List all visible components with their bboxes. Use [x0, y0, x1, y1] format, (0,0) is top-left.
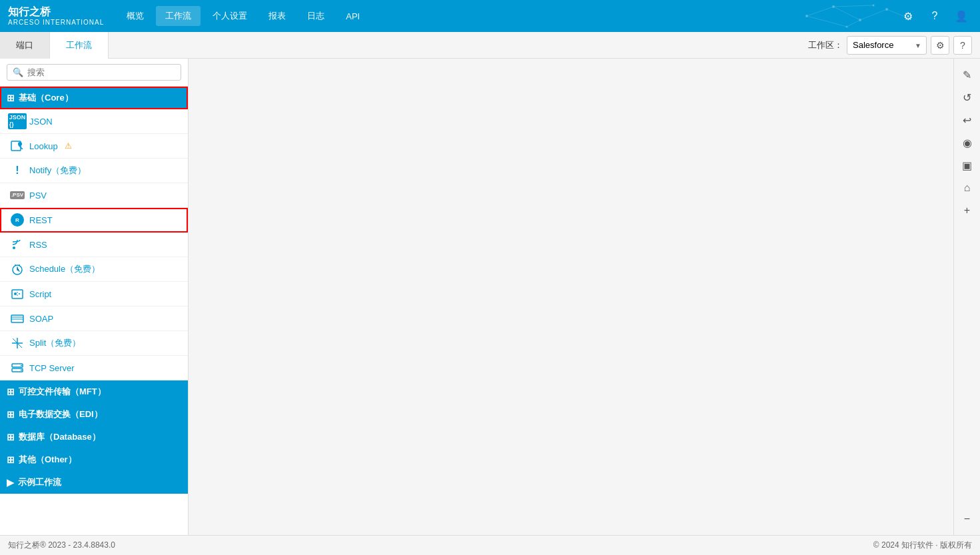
settings-icon[interactable]: ⚙ — [897, 5, 919, 27]
version-label: 知行之桥® 2023 - 23.4.8843.0 — [8, 540, 115, 551]
logo-line2: ARCESO INTERNATIONAL — [8, 19, 104, 27]
svg-point-34 — [21, 370, 22, 371]
workspace-label: 工作区： — [808, 39, 843, 51]
soap-icon — [11, 312, 24, 325]
schedule-label: Schedule（免费） — [29, 263, 100, 275]
preview-tool-icon[interactable]: ◉ — [957, 132, 978, 153]
zoom-out-tool-icon[interactable]: − — [957, 508, 978, 530]
sidebar-item-notify[interactable]: ! Notify（免费） — [0, 159, 188, 183]
other-category-icon: ⊞ — [7, 454, 15, 465]
core-category-label: 基础（Core） — [19, 92, 73, 104]
logo: 知行之桥 ARCESO INTERNATIONAL — [8, 5, 104, 26]
svg-point-23 — [19, 293, 20, 294]
sidebar-item-json[interactable]: JSON{} JSON — [0, 109, 188, 134]
sidebar: 🔍 ⊞ 基础（Core） JSON{} JSON — [0, 59, 189, 535]
category-example[interactable]: ▶ 示例工作流 — [0, 471, 188, 494]
notify-icon: ! — [11, 164, 24, 177]
category-mft[interactable]: ⊞ 可控文件传输（MFT） — [0, 380, 188, 403]
nav-overview[interactable]: 概览 — [117, 6, 153, 26]
sidebar-list: ⊞ 基础（Core） JSON{} JSON Lookup ⚠ — [0, 87, 188, 535]
workspace-select[interactable]: Salesforce — [847, 36, 927, 55]
edit-tool-icon[interactable]: ✎ — [957, 64, 978, 85]
example-category-label: 示例工作流 — [18, 476, 61, 488]
nav-links: 概览 工作流 个人设置 报表 日志 API — [117, 6, 897, 26]
workspace-settings-icon[interactable]: ⚙ — [931, 36, 949, 55]
lookup-icon — [11, 139, 24, 153]
category-edi[interactable]: ⊞ 电子数据交换（EDI） — [0, 403, 188, 426]
split-icon — [11, 336, 24, 350]
tcpserver-label: TCP Server — [29, 363, 75, 373]
nav-right-icons: ⚙ ? 👤 — [897, 5, 972, 27]
sidebar-item-schedule[interactable]: Schedule（免费） — [0, 257, 188, 282]
mft-category-icon: ⊞ — [7, 386, 15, 397]
split-label: Split（免费） — [29, 337, 81, 349]
logo-line1: 知行之桥 — [8, 5, 104, 18]
main-layout: 🔍 ⊞ 基础（Core） JSON{} JSON — [0, 59, 980, 535]
edi-category-label: 电子数据交换（EDI） — [19, 408, 103, 420]
tab-port[interactable]: 端口 — [0, 32, 50, 59]
copyright-label: © 2024 知行软件 · 版权所有 — [873, 540, 972, 551]
soap-label: SOAP — [29, 314, 53, 324]
category-database[interactable]: ⊞ 数据库（Database） — [0, 426, 188, 448]
user-icon[interactable]: 👤 — [951, 5, 972, 27]
workspace-bar: 工作区： Salesforce ⚙ ? — [808, 36, 980, 55]
json-icon: JSON{} — [11, 115, 24, 128]
sidebar-item-soap[interactable]: SOAP — [0, 306, 188, 331]
rss-label: RSS — [29, 240, 47, 250]
nav-reports[interactable]: 报表 — [259, 6, 295, 26]
edi-category-icon: ⊞ — [7, 409, 15, 420]
script-label: Script — [29, 289, 51, 299]
search-input[interactable] — [27, 67, 175, 77]
undo-tool-icon[interactable]: ↩ — [957, 109, 978, 131]
mft-category-label: 可控文件传输（MFT） — [19, 386, 106, 398]
sidebar-item-script[interactable]: Script — [0, 282, 188, 306]
right-toolbar: ✎ ↺ ↩ ◉ ▣ ⌂ + − — [953, 59, 980, 535]
second-bar: 端口 工作流 工作区： Salesforce ⚙ ? — [0, 32, 980, 59]
svg-point-33 — [21, 365, 22, 366]
home-tool-icon[interactable]: ⌂ — [957, 177, 978, 199]
other-category-label: 其他（Other） — [19, 454, 77, 466]
workspace-select-wrapper[interactable]: Salesforce — [847, 36, 927, 55]
nav-personal-settings[interactable]: 个人设置 — [203, 6, 256, 26]
category-other[interactable]: ⊞ 其他（Other） — [0, 448, 188, 471]
zoom-in-tool-icon[interactable]: + — [957, 200, 978, 221]
nav-logs[interactable]: 日志 — [298, 6, 334, 26]
psv-icon: .PSV — [11, 189, 24, 202]
snapshot-tool-icon[interactable]: ▣ — [957, 155, 978, 176]
sidebar-item-psv[interactable]: .PSV PSV — [0, 183, 188, 208]
search-input-wrap[interactable]: 🔍 — [7, 64, 181, 81]
lookup-warn-icon: ⚠ — [65, 141, 72, 151]
search-box: 🔍 — [0, 59, 188, 87]
sidebar-item-split[interactable]: Split（免费） — [0, 331, 188, 356]
refresh-tool-icon[interactable]: ↺ — [957, 87, 978, 108]
rest-label: REST — [29, 215, 53, 225]
sidebar-item-tcpserver[interactable]: TCP Server — [0, 356, 188, 380]
json-label: JSON — [29, 117, 53, 127]
sidebar-item-rest[interactable]: R REST — [0, 208, 188, 233]
svg-rect-21 — [12, 290, 23, 298]
psv-label: PSV — [29, 191, 47, 201]
bottom-bar: 知行之桥® 2023 - 23.4.8843.0 © 2024 知行软件 · 版… — [0, 535, 980, 555]
top-nav: 知行之桥 ARCESO INTERNATIONAL 概览 工作流 个人设置 报表… — [0, 0, 980, 32]
sidebar-item-rss[interactable]: RSS — [0, 233, 188, 257]
nav-workflow[interactable]: 工作流 — [156, 6, 201, 26]
workspace-help-icon[interactable]: ? — [953, 36, 972, 55]
help-icon[interactable]: ? — [924, 5, 945, 27]
rest-icon: R — [11, 213, 24, 227]
rss-icon — [11, 238, 24, 251]
svg-point-22 — [14, 292, 17, 295]
database-category-label: 数据库（Database） — [19, 431, 101, 443]
core-category-icon: ⊞ — [7, 93, 15, 103]
sidebar-item-lookup[interactable]: Lookup ⚠ — [0, 134, 188, 159]
svg-point-17 — [13, 247, 15, 249]
tab-workflow[interactable]: 工作流 — [50, 32, 109, 59]
notify-label: Notify（免费） — [29, 165, 86, 177]
schedule-icon — [11, 263, 24, 276]
example-category-icon: ▶ — [7, 477, 14, 488]
category-core[interactable]: ⊞ 基础（Core） — [0, 87, 188, 109]
script-icon — [11, 287, 24, 300]
canvas-area — [189, 59, 953, 535]
tcpserver-icon — [11, 361, 24, 374]
nav-api[interactable]: API — [336, 7, 369, 25]
search-icon: 🔍 — [13, 67, 23, 77]
